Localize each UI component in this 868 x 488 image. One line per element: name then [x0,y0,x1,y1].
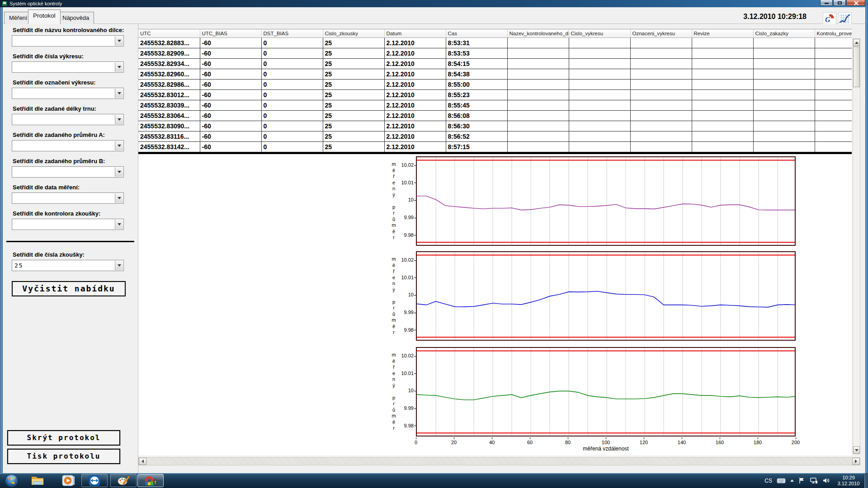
hide-protocol-button[interactable]: Skrýt protokol [7,430,120,446]
table-column-header[interactable]: Revize [692,29,753,38]
table-cell [753,58,815,69]
vertical-scroll-thumb[interactable] [853,47,860,87]
table-row[interactable]: 2455532.82883...-600252.12.20108:53:31 [138,38,852,48]
combo-dropdown-button[interactable] [115,62,123,72]
table-row[interactable]: 2455532.82934...-600252.12.20108:54:15 [138,58,852,69]
table-cell: 8:53:53 [446,48,507,58]
table-row[interactable]: 2455532.83142...-600252.12.20108:57:15 [138,141,852,152]
start-button[interactable] [5,474,19,488]
tab-napoveda[interactable]: Nápověda [57,12,94,24]
tab-protokol[interactable]: Protokol [28,9,61,24]
y-axis-title-letter: m [392,256,396,263]
filter-combo[interactable] [12,61,124,73]
combo-dropdown-button[interactable] [115,141,123,150]
combo-dropdown-button[interactable] [115,115,123,124]
combo-dropdown-button[interactable] [115,193,123,203]
scroll-left-button[interactable] [139,458,146,465]
network-icon[interactable] [810,477,818,484]
filter-combo[interactable] [12,219,124,230]
table-column-header[interactable]: Cislo_vykresu [569,29,630,38]
table-row[interactable]: 2455532.83090...-600252.12.20108:56:30 [138,121,852,131]
teamviewer-button[interactable] [81,474,108,487]
table-column-header[interactable]: UTC_BIAS [200,29,261,38]
combo-dropdown-button[interactable] [115,167,123,177]
combo-dropdown-button[interactable] [115,36,123,46]
volume-icon[interactable] [822,477,830,484]
table-cell: 25 [323,58,384,69]
table-column-header[interactable]: Oznaceni_vykresu [630,29,692,38]
plot-area [416,156,796,246]
table-cell: 2.12.2010 [384,58,446,69]
table-cell: 0 [261,141,323,152]
table-column-header[interactable]: Kontrolu_provedl [815,29,852,38]
table-cell [507,110,569,121]
filter-combo[interactable] [12,166,124,178]
filter-combo[interactable] [12,140,124,151]
media-player-icon[interactable] [61,474,76,487]
y-axis-title-letter [393,293,394,299]
filter-combo[interactable] [12,192,124,204]
taskbar-clock[interactable]: 10:29 3.12.2010 [835,475,863,487]
table-row[interactable]: 2455532.82960...-600252.12.20108:54:38 [138,69,852,79]
scroll-up-button[interactable] [853,39,860,46]
filter-combo[interactable] [12,35,124,47]
combo-dropdown-button[interactable] [115,261,123,270]
vertical-scrollbar[interactable] [853,38,860,454]
table-column-header[interactable]: Cislo_zakazky [753,29,815,38]
print-protocol-button[interactable]: Tisk protokolu [7,449,120,464]
table-cell: 2.12.2010 [384,48,446,58]
table-cell [692,141,753,152]
table-row[interactable]: 2455532.82909...-600252.12.20108:53:53 [138,48,852,58]
minimize-button[interactable] [820,0,833,6]
action-center-flag-icon[interactable] [798,477,805,484]
optical-control-app-button[interactable] [137,474,164,487]
table-column-header[interactable]: Datum [384,29,446,38]
table-row[interactable]: 2455532.83116...-600252.12.20108:56:52 [138,131,852,141]
x-tick-label: 200 [788,440,803,445]
table-row[interactable]: 2455532.83012...-600252.12.20108:55:23 [138,89,852,100]
table-cell [507,69,569,79]
scroll-right-button[interactable] [852,458,860,465]
show-hidden-icons-chevron[interactable] [790,479,794,482]
table-cell [569,121,630,131]
table-cell [630,110,692,121]
chevron-down-icon [118,145,121,147]
language-indicator[interactable]: CS [764,478,772,484]
clear-menu-button[interactable]: Vyčistit nabídku [12,281,126,296]
table-row[interactable]: 2455532.83039...-600252.12.20108:55:45 [138,100,852,110]
table-row[interactable]: 2455532.82986...-600252.12.20108:55:00 [138,79,852,89]
table-column-header[interactable]: Cas [446,29,507,38]
explorer-icon[interactable] [30,474,46,487]
paint-button[interactable] [110,474,137,487]
y-axis-title-letter [393,198,394,204]
table-column-header[interactable]: Cislo_zkousky [323,29,384,38]
filter-combo[interactable] [12,114,124,125]
table-cell [507,131,569,141]
combo-dropdown-button[interactable] [115,89,123,98]
table-cell [815,89,852,100]
keyboard-icon[interactable] [777,478,786,484]
table-column-header[interactable]: Nazev_kontrolovaneho_dil [507,29,569,38]
combo-dropdown-button[interactable] [115,220,123,229]
filter-label: Setřídit dle zadané délky trnu: [13,105,138,112]
table-cell: 8:55:23 [446,89,507,100]
y-axis-title-letter: n [392,281,395,287]
horizontal-scrollbar[interactable] [138,457,860,465]
protocol-main-area: UTCUTC_BIASDST_BIASCislo_zkouskyDatumCas… [138,24,865,473]
table-column-header[interactable]: DST_BIAS [261,29,323,38]
y-axis-ticks: 10.0210.01109.999.98 [398,251,416,341]
window-controls [820,0,865,6]
table-column-header[interactable]: UTC [138,29,200,38]
y-axis-ticks: 10.0210.01109.999.98 [398,156,416,246]
close-button[interactable] [846,0,865,6]
table-cell [815,100,852,110]
filter-combo-cislo-zkousky[interactable]: 25 [12,260,124,271]
y-axis-title-letter: ů [392,216,395,223]
filter-combo[interactable] [12,88,124,99]
combo-value: 25 [14,262,24,269]
scroll-down-button[interactable] [853,446,860,454]
table-row[interactable]: 2455532.83064...-600252.12.20108:56:08 [138,110,852,121]
maximize-button[interactable] [833,0,846,6]
table-cell [753,141,815,152]
show-desktop-button[interactable] [864,473,868,488]
